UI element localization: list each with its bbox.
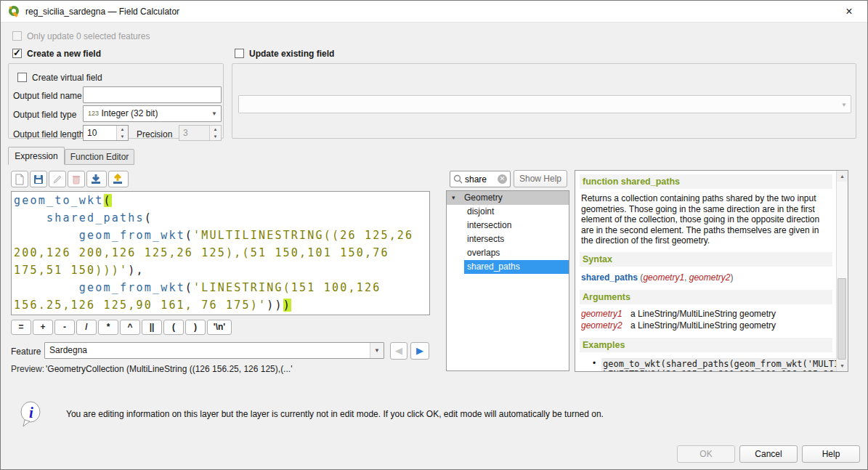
create-virtual-field-checkbox[interactable]: Create virtual field <box>17 73 102 83</box>
update-existing-field-checkbox[interactable]: Update existing field <box>235 49 334 59</box>
code-segment-fn: geom_from_wkt <box>79 229 185 242</box>
tree-item-intersects[interactable]: intersects <box>447 232 569 246</box>
syntax-function-name: shared_paths <box>581 272 638 283</box>
arguments-heading: Arguments <box>580 290 832 304</box>
tree-item-shared_paths[interactable]: shared_paths <box>464 260 569 274</box>
svg-text:i: i <box>29 404 33 421</box>
tab-expression[interactable]: Expression <box>8 147 65 165</box>
precision-label: Precision <box>137 129 172 139</box>
help-scrollbar[interactable]: ▲ ▼ <box>836 171 848 371</box>
operator-button[interactable]: ) <box>185 320 206 335</box>
scroll-down-icon[interactable]: ▼ <box>837 360 848 371</box>
previous-feature-button: ◀ <box>390 342 407 360</box>
import-expression-button[interactable] <box>86 171 107 187</box>
cancel-button[interactable]: Cancel <box>739 445 798 463</box>
function-tree[interactable]: ▾ Geometry disjointintersectionintersect… <box>446 190 569 371</box>
output-field-length-label: Output field length <box>13 129 84 139</box>
tab-function-editor[interactable]: Function Editor <box>65 149 134 165</box>
create-new-field-label: Create a new field <box>27 49 101 59</box>
clear-search-icon[interactable]: ✕ <box>498 174 507 184</box>
output-field-length-value: 10 <box>87 128 97 138</box>
new-expression-button[interactable] <box>11 171 28 187</box>
spin-up-icon[interactable]: ▲ <box>117 126 128 133</box>
import-down-arrow-icon <box>89 174 102 185</box>
code-segment-plain: ( <box>145 211 153 224</box>
help-description: Returns a collection containing paths sh… <box>581 193 831 246</box>
create-new-field-checkbox-box[interactable] <box>12 49 22 58</box>
length-spin-buttons[interactable]: ▲ ▼ <box>116 126 128 140</box>
output-field-type-combo[interactable]: 123 Integer (32 bit) ▼ <box>83 105 222 122</box>
export-expression-button[interactable] <box>108 171 129 187</box>
argument-description: a LineString/MultiLineString geometry <box>630 309 776 319</box>
help-content: function shared_paths Returns a collecti… <box>575 171 837 371</box>
new-field-group: Create virtual field Output field name O… <box>8 63 224 139</box>
only-update-checkbox-box <box>12 31 22 41</box>
ok-button-label: OK <box>699 449 712 459</box>
create-new-field-checkbox[interactable]: Create a new field <box>12 49 101 59</box>
info-icon: i <box>20 400 43 428</box>
delete-expression-button <box>68 171 85 187</box>
operator-button[interactable]: = <box>11 320 31 335</box>
feature-combo[interactable]: Sardegna ▼ <box>44 342 384 359</box>
tab-function-editor-label: Function Editor <box>65 152 134 162</box>
operator-button[interactable]: ^ <box>120 320 140 335</box>
operator-button[interactable]: '\n' <box>207 320 232 335</box>
operator-button[interactable]: || <box>142 320 162 335</box>
expression-editor[interactable]: geom_to_wkt( shared_paths( geom_from_wkt… <box>11 191 430 315</box>
tree-item-intersection[interactable]: intersection <box>447 219 569 232</box>
scrollbar-thumb[interactable] <box>837 278 846 360</box>
tab-expression-label: Expression <box>9 151 64 161</box>
output-field-length-spinner[interactable]: 10 ▲ ▼ <box>83 125 129 141</box>
argument-name: geometry1 <box>581 309 630 319</box>
help-button-label: Help <box>822 449 840 459</box>
argument-row: geometry1a LineString/MultiLineString ge… <box>581 309 831 319</box>
chevron-down-icon[interactable]: ▼ <box>370 343 384 358</box>
update-existing-field-checkbox-box[interactable] <box>235 49 244 58</box>
preview-label: Preview: <box>11 364 44 374</box>
next-feature-button[interactable]: ▶ <box>410 342 429 360</box>
example-code: geom_to_wkt(shared_paths(geom_from_wkt('… <box>601 358 837 372</box>
tree-group-geometry[interactable]: ▾ Geometry <box>447 191 569 205</box>
operator-button[interactable]: / <box>76 320 97 335</box>
operator-button[interactable]: - <box>54 320 75 335</box>
spin-down-icon: ▼ <box>210 133 221 140</box>
scroll-up-icon[interactable]: ▲ <box>837 171 848 182</box>
precision-spin-buttons: ▲ ▼ <box>209 126 221 140</box>
operator-button[interactable]: * <box>98 320 118 335</box>
tree-caret-icon[interactable]: ▾ <box>452 191 455 205</box>
tree-item-disjoint[interactable]: disjoint <box>447 205 569 219</box>
code-line: 175,51 150)))'), <box>12 262 429 279</box>
output-field-name-input[interactable] <box>83 86 222 103</box>
operator-button[interactable]: + <box>33 320 53 335</box>
code-line: geom_from_wkt('LINESTRING(151 100,126 <box>12 279 429 296</box>
create-virtual-field-checkbox-box[interactable] <box>17 73 27 82</box>
title-bar: reg_sicilia_sardegna — Field Calculator … <box>1 1 867 23</box>
function-search-input[interactable] <box>465 172 495 186</box>
save-expression-button[interactable] <box>30 171 47 187</box>
function-search-box[interactable]: ✕ <box>450 171 511 187</box>
code-segment-hl: ( <box>104 194 112 207</box>
argument-name: geometry2 <box>581 320 630 331</box>
arguments-table: geometry1a LineString/MultiLineString ge… <box>580 309 832 331</box>
code-line: 156.25,126 125,90 161, 76 175)'))) <box>12 296 429 314</box>
show-help-button[interactable]: Show Help <box>514 170 567 187</box>
operator-button[interactable]: ( <box>163 320 184 335</box>
code-segment-hl: ) <box>283 299 291 312</box>
tree-item-overlaps[interactable]: overlaps <box>447 246 569 260</box>
save-icon <box>33 174 44 185</box>
code-segment-plain: ), <box>128 264 144 277</box>
update-field-group: ▼ <box>232 63 856 139</box>
close-icon[interactable]: × <box>841 4 857 19</box>
precision-value: 3 <box>183 128 188 138</box>
only-update-label: Only update 0 selected features <box>27 31 150 41</box>
code-segment-fn: geom_from_wkt <box>79 281 185 294</box>
code-line: shared_paths( <box>12 209 429 227</box>
help-button[interactable]: Help <box>802 445 860 463</box>
prev-arrow-icon: ◀ <box>395 345 402 356</box>
preview-value: 'GeometryCollection (MultiLineString ((1… <box>46 364 292 374</box>
code-segment-fn: geom_to_wkt <box>14 194 104 207</box>
code-line: geom_to_wkt( <box>12 192 429 209</box>
code-segment-plain <box>14 229 79 242</box>
spin-down-icon[interactable]: ▼ <box>117 133 128 140</box>
code-segment-str: 'LINESTRING(151 100,126 <box>193 281 381 294</box>
